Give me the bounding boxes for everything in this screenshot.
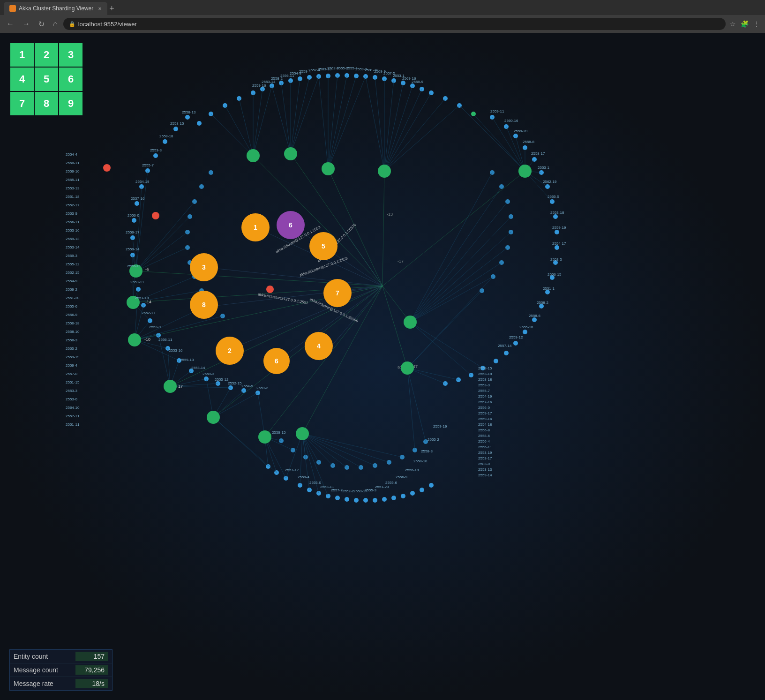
- grid-cell-8[interactable]: 8: [34, 91, 59, 116]
- grid-cell-5[interactable]: 5: [34, 67, 59, 91]
- grid-cell-1[interactable]: 1: [10, 43, 34, 67]
- svg-text:2558-11: 2558-11: [66, 161, 80, 165]
- tab-bar: Akka Cluster Sharding Viewer ✕ +: [0, 0, 765, 15]
- home-button[interactable]: ⌂: [50, 19, 60, 29]
- svg-text:2556-18: 2556-18: [405, 468, 419, 472]
- tab-close-button[interactable]: ✕: [98, 6, 102, 11]
- green-node-13[interactable]: [401, 361, 414, 375]
- node-label-static: -10: [144, 337, 150, 342]
- svg-text:2556-11: 2556-11: [158, 338, 172, 342]
- green-node-14[interactable]: [518, 165, 532, 178]
- bookmark-icon[interactable]: ☆: [728, 19, 737, 29]
- svg-text:2556-15: 2556-15: [548, 272, 562, 277]
- url-text: localhost:9552/viewer: [78, 21, 137, 28]
- cluster-center[interactable]: [266, 286, 274, 293]
- grid-cell-7[interactable]: 7: [10, 91, 34, 116]
- shard-label-8: 8: [202, 301, 206, 309]
- active-tab[interactable]: Akka Cluster Sharding Viewer ✕: [4, 2, 107, 15]
- new-tab-button[interactable]: +: [109, 2, 114, 15]
- grid-cell-6[interactable]: 6: [59, 67, 83, 91]
- svg-text:2559-2: 2559-2: [66, 287, 77, 292]
- svg-point-51: [335, 496, 340, 500]
- svg-point-50: [345, 497, 349, 502]
- svg-text:2553-13: 2553-13: [66, 186, 80, 190]
- svg-text:2553-18: 2553-18: [550, 211, 564, 215]
- reload-button[interactable]: ↻: [36, 19, 47, 30]
- svg-text:2553-19: 2553-19: [478, 451, 492, 455]
- grid-cell-9[interactable]: 9: [59, 91, 83, 116]
- red-node-2[interactable]: [152, 212, 159, 219]
- svg-text:2555-2: 2555-2: [428, 437, 439, 442]
- green-node-9[interactable]: [207, 411, 220, 424]
- green-node-8[interactable]: [164, 380, 177, 393]
- svg-point-45: [391, 496, 396, 500]
- svg-text:2558-3: 2558-3: [421, 449, 433, 453]
- svg-text:2553-18: 2553-18: [478, 372, 492, 376]
- svg-text:2559-14: 2559-14: [126, 247, 140, 251]
- green-node-10[interactable]: [258, 430, 271, 444]
- svg-text:2557-0: 2557-0: [66, 372, 77, 376]
- svg-point-44: [401, 494, 405, 498]
- svg-text:2559-15: 2559-15: [272, 430, 286, 435]
- grid-cell-3[interactable]: 3: [59, 43, 83, 67]
- svg-point-63: [132, 218, 136, 223]
- svg-text:2553-0: 2553-0: [66, 397, 77, 401]
- svg-text:2553-0: 2553-0: [309, 481, 321, 485]
- svg-point-36: [532, 317, 537, 322]
- svg-text:2556-4: 2556-4: [478, 439, 490, 444]
- svg-text:2558-2: 2558-2: [537, 301, 548, 305]
- svg-text:2552-17: 2552-17: [66, 203, 80, 207]
- svg-point-58: [163, 139, 167, 144]
- nav-bar: ← → ↻ ⌂ 🔒 localhost:9552/viewer ☆ 🧩 ⋮: [0, 15, 765, 33]
- svg-text:2559-13: 2559-13: [180, 358, 194, 362]
- green-node-2[interactable]: [284, 147, 297, 160]
- green-node-1[interactable]: [247, 149, 260, 162]
- green-node-12[interactable]: [404, 316, 417, 329]
- svg-text:2558-18: 2558-18: [159, 134, 173, 138]
- svg-text:2555-12: 2555-12: [66, 262, 80, 266]
- entity-count-value: 157: [75, 652, 108, 661]
- main-content: akka://cluster@127.0.0.1:2553 akka://clu…: [0, 33, 765, 700]
- svg-text:2555-6: 2555-6: [66, 304, 77, 309]
- grid-table: 1 2 3 4 5 6 7 8 9: [9, 42, 83, 116]
- svg-text:2555-12: 2555-12: [215, 377, 229, 382]
- svg-text:2559-14: 2559-14: [478, 417, 492, 421]
- grid-cell-2[interactable]: 2: [34, 43, 59, 67]
- green-node-11[interactable]: [296, 427, 309, 440]
- address-bar[interactable]: 🔒 localhost:9552/viewer: [63, 18, 726, 30]
- svg-point-94: [199, 184, 204, 189]
- extensions-icon[interactable]: 🧩: [739, 19, 750, 29]
- svg-text:2556-0: 2556-0: [128, 213, 139, 218]
- svg-text:2553-3: 2553-3: [66, 389, 77, 393]
- svg-point-31: [555, 245, 559, 250]
- svg-text:2556-11: 2556-11: [66, 220, 80, 224]
- svg-text:2556-0: 2556-0: [478, 406, 490, 410]
- svg-text:2553-14: 2553-14: [191, 366, 205, 370]
- svg-text:2553-14: 2553-14: [66, 245, 80, 249]
- message-rate-row: Message rate 18/s: [10, 677, 112, 690]
- svg-text:2553-16: 2553-16: [66, 228, 80, 233]
- back-button[interactable]: ←: [4, 19, 17, 29]
- svg-text:2559-19: 2559-19: [552, 226, 566, 230]
- shard-label-3: 3: [202, 263, 206, 271]
- grid-cell-4[interactable]: 4: [10, 67, 34, 91]
- svg-text:2559-4: 2559-4: [298, 475, 309, 479]
- svg-text:2559-12: 2559-12: [509, 335, 523, 339]
- svg-point-46: [382, 497, 387, 502]
- svg-text:2551-18: 2551-18: [135, 296, 149, 300]
- svg-point-47: [373, 498, 377, 503]
- menu-icon[interactable]: ⋮: [752, 19, 761, 29]
- green-node-3[interactable]: [322, 162, 335, 175]
- entity-count-row: Entity count 157: [10, 650, 112, 663]
- svg-text:2553-17: 2553-17: [478, 456, 492, 460]
- svg-text:2552-15: 2552-15: [228, 381, 242, 385]
- svg-text:2558-15: 2558-15: [478, 366, 492, 370]
- forward-button[interactable]: →: [20, 19, 33, 29]
- red-node-1[interactable]: [103, 164, 111, 172]
- green-node-7[interactable]: [128, 333, 141, 346]
- svg-text:2559-19: 2559-19: [433, 424, 447, 429]
- svg-text:2556-18: 2556-18: [66, 321, 80, 325]
- green-node-4[interactable]: [378, 165, 391, 178]
- svg-text:2559-3: 2559-3: [66, 254, 77, 258]
- shard-label-7: 7: [336, 289, 339, 297]
